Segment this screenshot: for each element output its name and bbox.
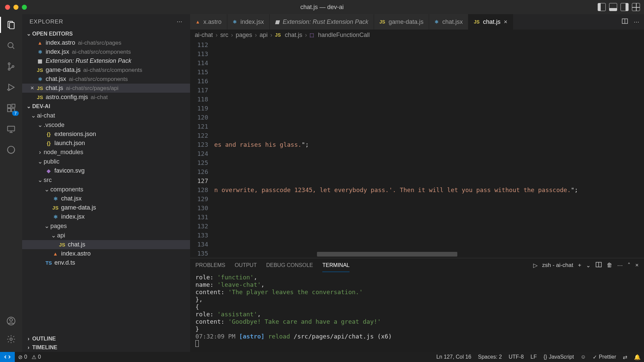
open-editors-section[interactable]: ⌄ OPEN EDITORS	[22, 29, 190, 38]
file-item[interactable]: ▲index.astro	[22, 249, 190, 258]
new-terminal-icon[interactable]: +	[578, 262, 581, 269]
svg-point-5	[8, 68, 10, 70]
search-icon[interactable]	[4, 39, 18, 52]
folder-item[interactable]: ⌄.vscode	[22, 120, 190, 130]
folder-item[interactable]: ⌄ai-chat	[22, 111, 190, 120]
window-maximize-button[interactable]	[22, 5, 27, 10]
line-number-gutter: 1121131141151161171181191201211221231241…	[190, 40, 214, 258]
window-minimize-button[interactable]	[13, 5, 18, 10]
file-item[interactable]: JSchat.js	[22, 240, 190, 249]
svg-point-19	[10, 318, 12, 321]
toggle-primary-sidebar-icon[interactable]	[598, 3, 606, 11]
horizontal-scrollbar[interactable]	[317, 252, 457, 257]
split-editor-icon[interactable]	[622, 18, 628, 26]
open-editor-item[interactable]: × ▦ Extension: Rust Extension Pack	[22, 56, 190, 65]
svg-point-8	[8, 89, 10, 91]
remote-explorer-icon[interactable]	[4, 122, 18, 136]
panel-tab-output[interactable]: OUTPUT	[235, 259, 257, 272]
react-file-icon: ⚛	[36, 76, 44, 82]
panel-tab-problems[interactable]: PROBLEMS	[195, 259, 225, 272]
json-file-icon: {}	[44, 131, 53, 137]
source-control-icon[interactable]	[4, 60, 18, 73]
svg-rect-11	[8, 105, 11, 108]
open-editor-item[interactable]: × ▲ index.astro ai-chat/src/pages	[22, 38, 190, 47]
folder-item[interactable]: ⌄public	[22, 157, 190, 166]
outline-section[interactable]: ›OUTLINE	[22, 334, 190, 343]
settings-gear-icon[interactable]	[4, 332, 18, 346]
status-language[interactable]: {}JavaScript	[540, 354, 577, 360]
ts-file-icon: TS	[44, 260, 53, 266]
code-editor[interactable]: 1121131141151161171181191201211221231241…	[190, 40, 644, 258]
panel-tab-debug-console[interactable]: DEBUG CONSOLE	[266, 259, 313, 272]
terminal-dropdown-icon[interactable]: ⌄	[586, 262, 591, 269]
file-item[interactable]: JSgame-data.js	[22, 203, 190, 212]
remote-indicator[interactable]	[0, 352, 15, 362]
status-bell-icon[interactable]: 🔔	[631, 354, 644, 360]
status-encoding[interactable]: UTF-8	[505, 354, 527, 360]
maximize-panel-icon[interactable]: ˄	[628, 262, 631, 269]
more-actions-icon[interactable]: ⋯	[634, 18, 639, 26]
open-editor-item[interactable]: × ⚛ index.jsx ai-chat/src/components	[22, 47, 190, 56]
explorer-icon[interactable]	[4, 18, 18, 32]
explorer-sidebar: EXPLORER ⋯ ⌄ OPEN EDITORS × ▲ index.astr…	[22, 14, 190, 352]
panel-more-icon[interactable]: ⋯	[617, 262, 623, 269]
accounts-icon[interactable]	[4, 314, 18, 328]
editor-tab[interactable]: JSchat.js×	[468, 14, 513, 30]
customize-layout-icon[interactable]	[632, 3, 640, 11]
terminal-shell-label[interactable]: zsh - ai-chat	[542, 262, 573, 269]
run-debug-icon[interactable]	[4, 81, 18, 94]
editor-tab[interactable]: ⚛chat.jsx	[429, 14, 468, 30]
close-icon[interactable]: ×	[29, 85, 36, 92]
status-errors[interactable]: ⊘0⚠0	[15, 354, 44, 360]
status-live-share-icon[interactable]: ⇄	[619, 354, 631, 360]
panel-tab-terminal[interactable]: TERMINAL	[322, 259, 350, 272]
editor-tab[interactable]: ▦Extension: Rust Extension Pack	[270, 14, 374, 30]
status-prettier[interactable]: ✓Prettier	[589, 354, 619, 360]
folder-item[interactable]: ⌄api	[22, 231, 190, 240]
folder-item[interactable]: ›node_modules	[22, 148, 190, 157]
svg-rect-1	[9, 22, 14, 29]
editor-tabs: ▲x.astro ⚛index.jsx ▦Extension: Rust Ext…	[190, 14, 644, 30]
open-editor-item[interactable]: × JS chat.js ai-chat/src/pages/api	[22, 84, 190, 93]
file-item[interactable]: {}extensions.json	[22, 130, 190, 139]
explorer-more-icon[interactable]: ⋯	[177, 18, 183, 25]
folder-item[interactable]: ⌄components	[22, 185, 190, 194]
timeline-section[interactable]: ›TIMELINE	[22, 343, 190, 352]
editor-tab[interactable]: ▲x.astro	[190, 14, 227, 30]
file-item[interactable]: {}launch.json	[22, 139, 190, 148]
extensions-icon[interactable]: 7	[4, 101, 18, 115]
status-feedback-icon[interactable]: ☺	[577, 354, 589, 360]
status-eol[interactable]: LF	[527, 354, 540, 360]
open-editor-item[interactable]: × JS game-data.js ai-chat/src/components	[22, 65, 190, 75]
breadcrumb[interactable]: ai-chat› src› pages› api› JSchat.js› ⬚ha…	[190, 30, 644, 40]
extension-icon: ▦	[36, 58, 44, 64]
window-close-button[interactable]	[5, 5, 10, 10]
toggle-secondary-sidebar-icon[interactable]	[620, 3, 629, 11]
file-item[interactable]: TSenv.d.ts	[22, 258, 190, 267]
status-indentation[interactable]: Spaces: 2	[475, 354, 505, 360]
terminal-content[interactable]: role: 'function', name: 'leave-chat', co…	[190, 272, 644, 352]
json-file-icon: {}	[44, 140, 53, 146]
close-icon[interactable]: ×	[504, 18, 507, 26]
file-item[interactable]: ⚛index.jsx	[22, 212, 190, 221]
folder-item[interactable]: ⌄pages	[22, 221, 190, 231]
file-item[interactable]: ◆favicon.svg	[22, 166, 190, 175]
svg-point-21	[10, 338, 12, 341]
editor-tab[interactable]: JSgame-data.js	[374, 14, 429, 30]
split-terminal-icon[interactable]	[595, 261, 602, 270]
astro-file-icon: ▲	[51, 251, 60, 257]
edge-tools-icon[interactable]	[4, 143, 18, 156]
svg-rect-14	[12, 104, 15, 107]
svg-point-4	[8, 63, 10, 64]
close-panel-icon[interactable]: ×	[635, 262, 639, 269]
toggle-panel-icon[interactable]	[609, 3, 617, 11]
folder-item[interactable]: ⌄src	[22, 175, 190, 185]
status-bar: ⊘0⚠0 Ln 127, Col 16 Spaces: 2 UTF-8 LF {…	[0, 352, 644, 362]
open-editor-item[interactable]: × JS astro.config.mjs ai-chat	[22, 93, 190, 102]
kill-terminal-icon[interactable]: 🗑	[607, 262, 612, 269]
project-section[interactable]: ⌄ DEV-AI	[22, 102, 190, 111]
editor-tab[interactable]: ⚛index.jsx	[227, 14, 270, 30]
file-item[interactable]: ⚛chat.jsx	[22, 194, 190, 203]
status-cursor-position[interactable]: Ln 127, Col 16	[433, 354, 474, 360]
open-editor-item[interactable]: × ⚛ chat.jsx ai-chat/src/components	[22, 75, 190, 84]
